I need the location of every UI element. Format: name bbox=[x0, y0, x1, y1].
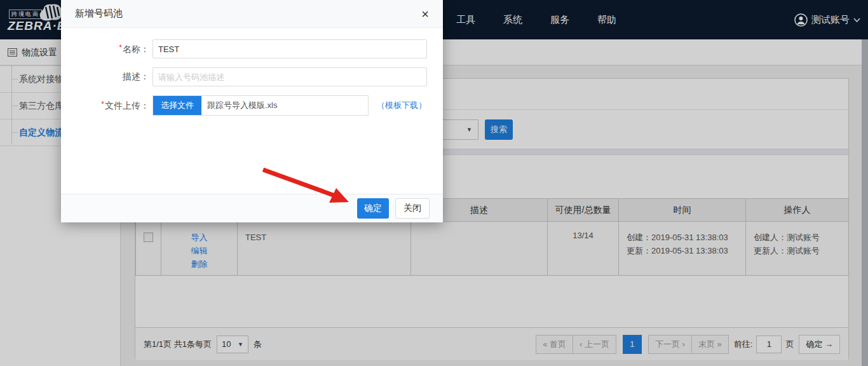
selected-file-name: 跟踪号导入模版.xls bbox=[201, 100, 278, 111]
close-icon[interactable]: × bbox=[421, 8, 429, 20]
modal-header: 新增号码池 × bbox=[61, 0, 443, 28]
description-input[interactable] bbox=[153, 67, 427, 86]
screen: 跨境电商 ZEBRA·E 工具 系统 服务 帮助 测试账号 bbox=[0, 0, 868, 366]
required-asterisk: * bbox=[119, 43, 122, 52]
template-download-link[interactable]: （模板下载） bbox=[377, 100, 426, 111]
confirm-button[interactable]: 确定 bbox=[357, 198, 389, 219]
modal-body: *名称： 描述： *文件上传： 选择文件 跟踪号导入模版.xls （模板下载） bbox=[61, 28, 443, 194]
modal-title: 新增号码池 bbox=[75, 8, 123, 20]
choose-file-button[interactable]: 选择文件 bbox=[153, 96, 201, 115]
vertical-scrollbar[interactable] bbox=[862, 39, 868, 366]
name-field-row: *名称： bbox=[61, 39, 443, 58]
name-input[interactable] bbox=[153, 39, 427, 58]
description-label: 描述： bbox=[61, 71, 149, 83]
close-button[interactable]: 关闭 bbox=[395, 198, 430, 219]
file-upload-box: 选择文件 跟踪号导入模版.xls bbox=[153, 95, 369, 116]
name-label: *名称： bbox=[61, 43, 149, 55]
modal-footer: 确定 关闭 bbox=[61, 194, 443, 222]
file-upload-row: *文件上传： 选择文件 跟踪号导入模版.xls （模板下载） bbox=[61, 95, 443, 116]
required-asterisk: * bbox=[101, 100, 104, 109]
description-field-row: 描述： bbox=[61, 67, 443, 86]
file-upload-label: *文件上传： bbox=[61, 100, 149, 112]
add-number-pool-modal: 新增号码池 × *名称： 描述： *文件上传： 选择文件 跟踪号导入模版.xls… bbox=[61, 0, 443, 222]
